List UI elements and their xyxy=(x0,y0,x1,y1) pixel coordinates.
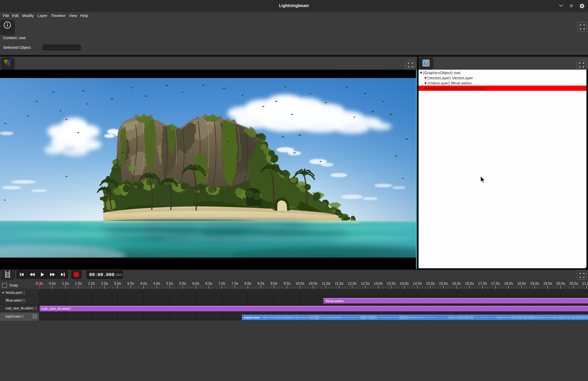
svg-text:?: ? xyxy=(425,61,427,65)
